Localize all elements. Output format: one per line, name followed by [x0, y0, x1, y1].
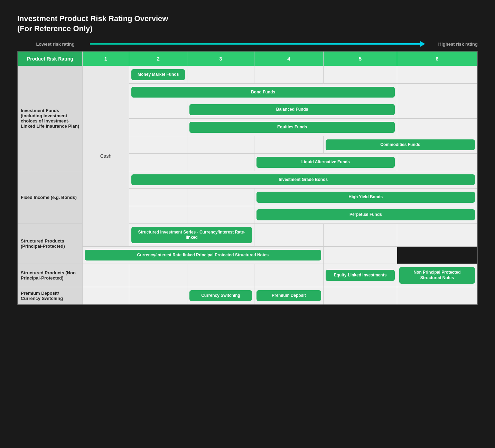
investment-funds-label: Investment Funds (including investment c…	[18, 66, 82, 171]
fixed-income-label: Fixed Income (e.g. Bonds)	[18, 171, 82, 223]
header-col3: 3	[187, 51, 254, 66]
header-col4: 4	[254, 51, 323, 66]
pp-notes-cell: Currency/Interest Rate-linked Principal …	[82, 246, 323, 264]
money-market-cell: Money Market Funds	[129, 66, 187, 84]
liquid-alt-cell: Liquid Alternative Funds	[254, 154, 397, 171]
bond-funds: Bond Funds	[131, 87, 395, 98]
header-col1: 1	[82, 51, 129, 66]
liquid-alternative-funds: Liquid Alternative Funds	[256, 157, 395, 168]
structured-investment-series: Structured Investment Series - Currency/…	[131, 227, 252, 243]
bond-funds-cell: Bond Funds	[129, 83, 397, 101]
npp-notes-cell: Non Principal Protected Structured Notes	[397, 264, 477, 287]
eli-cell: Equity-Linked Investments	[323, 264, 397, 287]
structured-pp-label: Structured Products (Principal-Protected…	[18, 223, 82, 264]
high-yield-bonds: High Yield Bonds	[256, 192, 475, 203]
risk-arrow	[90, 40, 422, 47]
commodities-funds: Commodities Funds	[326, 139, 475, 150]
structured-npp-label: Structured Products (Non Principal-Prote…	[18, 264, 82, 287]
inv-grade-cell: Investment Grade Bonds	[129, 171, 477, 189]
table-row: Currency/Interest Rate-linked Principal …	[18, 246, 477, 264]
equity-linked-investments: Equity-Linked Investments	[326, 270, 395, 281]
table-row: Investment Funds (including investment c…	[18, 66, 477, 84]
highest-risk-label: Highest risk rating	[422, 42, 478, 47]
premium-deposit: Premium Deposit	[256, 290, 321, 301]
equities-funds: Equities Funds	[189, 122, 395, 133]
balanced-funds-cell: Balanced Funds	[187, 101, 397, 119]
investment-grade-bonds: Investment Grade Bonds	[131, 174, 475, 185]
table-row: Structured Products (Non Principal-Prote…	[18, 264, 477, 287]
lowest-risk-label: Lowest risk rating	[21, 42, 90, 47]
cash-cell: Cash	[82, 66, 129, 247]
page-title: Investment Product Risk Rating Overview …	[17, 14, 478, 34]
header-col5: 5	[323, 51, 397, 66]
table-row: Premium Deposit/ Currency Switching Curr…	[18, 287, 477, 305]
npp-structured-notes: Non Principal Protected Structured Notes	[399, 267, 475, 283]
sis-cell: Structured Investment Series - Currency/…	[129, 223, 254, 246]
header-col2: 2	[129, 51, 187, 66]
currency-switching-cell: Currency Switching	[187, 287, 254, 305]
perpetual-funds: Perpetual Funds	[256, 209, 475, 220]
header-col6: 6	[397, 51, 477, 66]
risk-table: Product Risk Rating 1 2 3 4 5 6 Investme…	[17, 51, 478, 305]
risk-arrow-row: Lowest risk rating Highest risk rating	[17, 40, 478, 47]
equities-funds-cell: Equities Funds	[187, 118, 397, 136]
header-col0: Product Risk Rating	[18, 51, 82, 66]
table-header-row: Product Risk Rating 1 2 3 4 5 6	[18, 51, 477, 66]
premium-deposit-cell: Premium Deposit	[254, 287, 323, 305]
balanced-funds: Balanced Funds	[189, 104, 395, 115]
high-yield-cell: High Yield Bonds	[254, 189, 477, 206]
perpetual-cell: Perpetual Funds	[254, 206, 477, 223]
premium-deposit-label: Premium Deposit/ Currency Switching	[18, 287, 82, 305]
main-container: Investment Product Risk Rating Overview …	[7, 7, 488, 316]
commodities-cell: Commodities Funds	[323, 136, 477, 154]
pp-structured-notes: Currency/Interest Rate-linked Principal …	[85, 250, 321, 261]
money-market-funds: Money Market Funds	[131, 69, 185, 80]
currency-switching: Currency Switching	[189, 290, 252, 301]
